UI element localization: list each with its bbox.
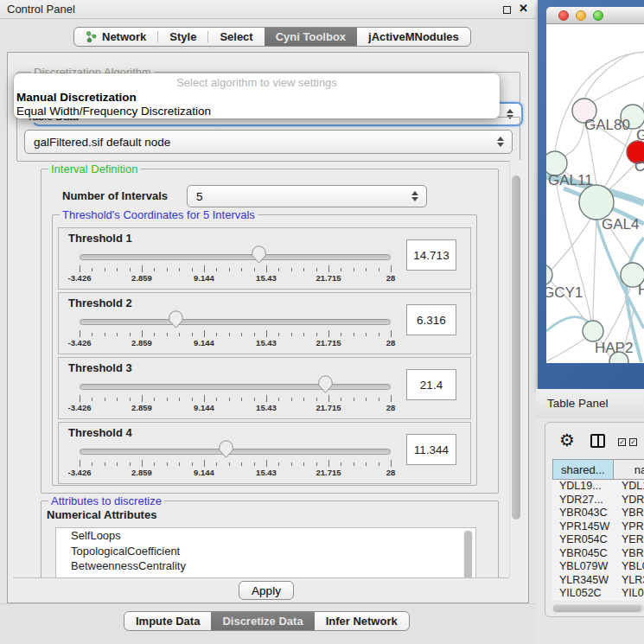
table-cell[interactable]: YLR345W — [552, 574, 615, 588]
table-row[interactable]: YER054CYER0 — [552, 533, 644, 547]
table-row[interactable]: YDR27...YDR2 — [552, 494, 644, 507]
table-row[interactable]: YDL19...YDL1 — [552, 480, 644, 494]
table-cell[interactable]: YBL0 — [615, 560, 644, 574]
table-horizontal-scrollbar[interactable] — [552, 604, 644, 613]
tick-mark — [117, 398, 118, 401]
split-columns-icon[interactable] — [590, 434, 605, 448]
dropdown-option-manual-discretization[interactable]: Manual Discretization — [14, 91, 500, 105]
slider-thumb[interactable] — [169, 310, 183, 328]
table-cell[interactable]: YPR1 — [615, 520, 644, 534]
number-of-intervals-combobox[interactable]: 5 — [187, 185, 427, 207]
threshold-label: Threshold 1 — [68, 232, 132, 245]
attribute-item[interactable]: BetweennessCentrality — [56, 558, 475, 574]
table-cell[interactable]: YBL079W — [552, 560, 615, 574]
interval-definition-group: Interval Definition Number of Intervals … — [41, 169, 499, 494]
slider-scale-label: 21.715 — [316, 403, 341, 412]
slider-track[interactable] — [80, 319, 391, 325]
group-title: Threshold's Coordinates for 5 Intervals — [60, 208, 258, 221]
dropdown-option-equal-width-frequency[interactable]: Equal Width/Frequency Discretization — [14, 105, 500, 118]
tick-mark — [278, 462, 279, 466]
slider-scale-label: 15.43 — [256, 468, 277, 477]
tab-impute-data[interactable]: Impute Data — [124, 612, 211, 630]
slider-scale-label: 28 — [386, 468, 396, 477]
table-cell[interactable]: YBR043C — [552, 507, 615, 520]
float-window-icon[interactable] — [503, 6, 511, 14]
node-label: C — [634, 158, 644, 175]
tab-discretize-data[interactable]: Discretize Data — [211, 612, 314, 630]
mac-close-button-icon[interactable] — [558, 10, 569, 21]
mac-minimize-button-icon[interactable] — [576, 10, 586, 21]
slider-track[interactable] — [80, 449, 391, 455]
slider-thumb[interactable] — [318, 375, 333, 393]
scrollbar-thumb[interactable] — [512, 175, 520, 520]
table-cell[interactable]: YER054C — [552, 533, 615, 547]
threshold-value-field[interactable]: 21.4 — [406, 369, 456, 400]
checkbox-icon[interactable]: ✓ — [629, 438, 637, 446]
tick-mark — [278, 268, 279, 271]
table-row[interactable]: YLR345WYLR3 — [552, 574, 644, 588]
list-scrollbar[interactable] — [463, 530, 473, 578]
apply-button[interactable]: Apply — [239, 581, 294, 600]
tab-style[interactable]: Style — [158, 28, 207, 46]
numerical-attributes-list[interactable]: SelfLoopsTopologicalCoefficientBetweenne… — [55, 527, 476, 578]
column-header-name[interactable]: na — [614, 459, 644, 480]
tick-mark — [391, 460, 392, 467]
table-cell[interactable]: YDL1 — [615, 480, 644, 494]
network-window-titlebar[interactable] — [546, 7, 644, 24]
threshold-value-field[interactable]: 14.713 — [406, 239, 456, 271]
table-row[interactable]: YBR045CYBR0 — [552, 547, 644, 561]
checkbox-icon[interactable]: ✓ — [618, 438, 626, 446]
tick-mark — [229, 268, 230, 271]
table-data-combobox[interactable]: galFiltered.sif default node — [24, 130, 513, 154]
scrollbar-thumb[interactable] — [464, 531, 472, 578]
tick-mark — [266, 460, 267, 467]
slider-track[interactable] — [80, 384, 391, 390]
table-row[interactable]: YBL079WYBL0 — [552, 560, 644, 574]
table-cell[interactable]: YPR145W — [552, 520, 615, 534]
network-node — [579, 185, 614, 220]
threshold-value-field[interactable]: 6.316 — [406, 304, 456, 335]
table-cell[interactable]: YBR0 — [615, 507, 644, 520]
mac-zoom-button-icon[interactable] — [593, 10, 603, 21]
table-cell[interactable]: YDL19... — [552, 480, 615, 494]
tick-mark — [229, 333, 230, 336]
table-cell[interactable]: YBR0 — [615, 547, 644, 561]
attribute-item[interactable]: TopologicalCoefficient — [56, 544, 475, 559]
tick-mark — [167, 398, 168, 401]
network-window-frame[interactable]: GAL80 GA C GAL11 GAL4 GCY1 H HAP2 — [538, 0, 644, 389]
tick-mark — [278, 398, 279, 401]
threshold-value-field[interactable]: 11.344 — [406, 434, 456, 465]
slider-track[interactable] — [80, 254, 391, 260]
tab-infer-network[interactable]: Infer Network — [315, 612, 409, 630]
slider-scale-label: 28 — [386, 273, 396, 283]
gear-icon[interactable]: ⚙ — [559, 431, 575, 449]
bottom-tab-strip: Impute Data Discretize Data Infer Networ… — [0, 603, 536, 644]
attribute-item[interactable]: SelfLoops — [56, 528, 475, 544]
column-header-shared-name[interactable]: shared... — [552, 459, 614, 480]
tab-cyni-toolbox[interactable]: Cyni Toolbox — [265, 28, 357, 46]
table-row[interactable]: YBR043CYBR0 — [552, 507, 644, 520]
slider-thumb[interactable] — [219, 440, 233, 458]
slider-thumb[interactable] — [252, 245, 266, 264]
table-cell[interactable]: YDR27... — [552, 494, 615, 507]
network-canvas[interactable]: GAL80 GA C GAL11 GAL4 GCY1 H HAP2 — [546, 24, 644, 363]
tab-network[interactable]: Network — [74, 28, 157, 46]
table-cell[interactable]: YBR045C — [552, 547, 615, 561]
table-cell[interactable]: YIL052C — [552, 587, 615, 601]
table-row[interactable]: YPR145WYPR1 — [552, 520, 644, 534]
tab-jactivemnodules[interactable]: jActiveMNodules — [357, 28, 470, 46]
table-cell[interactable]: YDR2 — [615, 494, 644, 507]
close-icon[interactable]: ✕ — [519, 2, 528, 15]
table-cell[interactable]: YLR3 — [615, 574, 644, 588]
table-cell[interactable]: YIL0 — [615, 587, 644, 601]
tick-mark — [366, 268, 367, 271]
tab-select[interactable]: Select — [208, 28, 264, 46]
scrollbar-thumb[interactable] — [553, 605, 641, 612]
table-row[interactable]: YIL052CYIL0 — [552, 587, 644, 601]
node-label: GCY1 — [546, 284, 583, 301]
slider-scale-label: 9.144 — [194, 403, 214, 412]
tick-mark — [254, 333, 255, 336]
main-scrollbar[interactable] — [509, 160, 521, 578]
table-cell[interactable]: YER0 — [615, 533, 644, 547]
tick-mark — [192, 268, 193, 271]
